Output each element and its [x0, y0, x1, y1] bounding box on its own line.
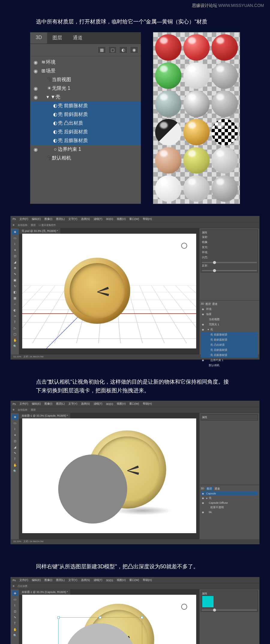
menu-view[interactable]: 视图(V) — [117, 217, 126, 221]
menu-select[interactable]: 选择(S) — [81, 402, 90, 406]
mini-tree-env[interactable]: ◉环境 — [201, 307, 258, 312]
material-red-textured[interactable] — [212, 34, 238, 61]
material-red-glass[interactable] — [183, 34, 210, 61]
eraser-tool[interactable]: ◧ — [12, 290, 18, 295]
menu-window[interactable]: 窗口(W) — [129, 217, 139, 221]
material-teal-metal[interactable] — [155, 91, 182, 117]
menu-layer[interactable]: 图层(L) — [56, 578, 65, 582]
menu-view[interactable]: 视图(V) — [117, 578, 126, 582]
mini-tab-3d[interactable]: 3D — [201, 302, 204, 306]
tab-channels[interactable]: 通道 — [68, 32, 88, 44]
filter-mesh-icon[interactable]: ▢ — [108, 46, 117, 53]
mini-tab-channels[interactable]: 通道 — [212, 302, 218, 306]
tree-environment[interactable]: ◉≋环境 — [30, 58, 141, 67]
type-tool[interactable]: T — [12, 456, 18, 462]
layer-bk[interactable]: ◉ bk. — [201, 510, 258, 514]
marquee-tool[interactable]: ▭ — [12, 420, 18, 426]
menu-filter[interactable]: 滤镜(T) — [94, 578, 103, 582]
tab-3d[interactable]: 3D — [201, 487, 204, 491]
dodge-tool[interactable]: ◐ — [12, 308, 18, 313]
material-clear-glass[interactable] — [183, 62, 210, 89]
mini-tree-m5[interactable]: 壳 后膨胀材质 — [201, 353, 258, 358]
tab-layers[interactable]: 图层 — [47, 32, 68, 44]
document-tab[interactable]: 未标题-1 @ 33.3% (Capsule, RGB/8) * — [19, 413, 70, 419]
material-red-fabric[interactable] — [155, 34, 182, 61]
history-brush-tool[interactable]: ↻ — [12, 284, 18, 289]
material-copper[interactable] — [155, 147, 182, 174]
properties-tab[interactable]: 属性 — [202, 592, 257, 596]
zoom-level[interactable]: 33.33% — [13, 355, 21, 358]
tree-scene[interactable]: ◉⊞场景 — [30, 67, 141, 75]
reflection-slider[interactable] — [202, 270, 257, 271]
gold-shell-object[interactable] — [64, 258, 130, 324]
mini-tree-camera[interactable]: 默认相机 — [201, 363, 258, 368]
handle-tl[interactable] — [57, 616, 60, 619]
opt-autoselect-value[interactable]: 图层 — [31, 408, 36, 412]
heal-tool[interactable]: ✚ — [12, 266, 18, 271]
mini-tree-m4[interactable]: 壳 后斜面材质 — [201, 348, 258, 353]
lasso-tool[interactable]: ⌇ — [12, 426, 18, 432]
material-green-glass[interactable] — [155, 62, 182, 89]
mini-tree-shell[interactable]: ◉ ▾ 壳 — [201, 327, 258, 332]
visibility-icon[interactable]: ◉ — [33, 147, 38, 152]
mini-tree-constraint[interactable]: ◉ 边界约束 1 — [201, 358, 258, 363]
tree-shell[interactable]: ◉▾ ▼壳 — [30, 93, 141, 102]
menu-edit[interactable]: 编辑(E) — [32, 402, 41, 406]
type-tool[interactable]: T — [12, 320, 18, 325]
menu-help[interactable]: 帮助(H) — [143, 402, 152, 406]
menu-layer[interactable]: 图层(L) — [56, 402, 65, 406]
marquee-tool[interactable]: ▭ — [12, 235, 18, 241]
mini-tree-m1[interactable]: 壳 前膨胀材质 — [201, 332, 258, 337]
shine-slider[interactable] — [202, 262, 257, 263]
mini-tree-m3[interactable]: 壳 凸出材质 — [201, 342, 258, 348]
menu-type[interactable]: 文字(Y) — [68, 578, 77, 582]
visibility-icon[interactable]: ◉ — [33, 86, 38, 91]
menu-window[interactable]: 窗口(W) — [129, 578, 139, 582]
menu-file[interactable]: 文件(F) — [20, 402, 28, 406]
tree-boundary-constraint[interactable]: ◉○边界约束 1 — [30, 145, 141, 154]
wand-tool[interactable]: ✦ — [12, 248, 18, 253]
menu-type[interactable]: 文字(Y) — [68, 402, 77, 406]
tree-mat-extrusion[interactable]: ◐壳 凸出材质 — [30, 119, 141, 128]
visibility-icon[interactable]: ◉ — [33, 68, 38, 74]
material-preview-swatch[interactable] — [202, 596, 214, 608]
filter-light-icon[interactable]: ◉ — [130, 46, 138, 53]
menu-select[interactable]: 选择(S) — [81, 217, 90, 221]
menu-3d[interactable]: 3D(D) — [106, 579, 113, 582]
mini-tree-scene[interactable]: ◉场景 — [201, 312, 258, 317]
menu-image[interactable]: 图像(I) — [44, 578, 52, 582]
menu-help[interactable]: 帮助(H) — [143, 217, 152, 221]
menu-file[interactable]: 文件(F) — [20, 217, 28, 221]
blur-tool[interactable]: ○ — [12, 302, 18, 307]
layer-capsule[interactable]: ◉Capsule — [201, 491, 258, 496]
menu-file[interactable]: 文件(F) — [20, 578, 28, 582]
tree-current-view[interactable]: 🎥当前视图 — [30, 75, 141, 84]
hand-tool[interactable]: ✋ — [12, 338, 18, 343]
zoom-level[interactable]: 33.33% — [13, 540, 21, 543]
handle-tr[interactable] — [141, 616, 143, 619]
canvas[interactable] — [22, 418, 196, 533]
filter-scene-icon[interactable]: ▦ — [98, 46, 106, 53]
brush-tool[interactable]: ✎ — [12, 615, 18, 620]
material-checker[interactable] — [212, 119, 238, 145]
tab-layers[interactable]: 图层 — [206, 487, 213, 491]
type-tool[interactable]: T — [12, 621, 18, 626]
filter-material-icon[interactable]: ◐ — [119, 46, 128, 53]
layer-shell-group[interactable]: ◉▾ 壳 — [201, 496, 258, 501]
view-compass-icon[interactable] — [181, 604, 187, 610]
tree-default-camera[interactable]: 🎥默认相机 — [30, 154, 141, 163]
opt-transform-checkbox[interactable]: ☐ 显示变换控件 — [39, 223, 56, 227]
menu-edit[interactable]: 编辑(E) — [32, 578, 41, 582]
tab-3d[interactable]: 3D — [30, 32, 47, 44]
menu-3d[interactable]: 3D(D) — [106, 217, 113, 220]
mini-tree-view[interactable]: 当前视图 — [201, 317, 258, 322]
menu-image[interactable]: 图像(I) — [44, 217, 52, 221]
menu-3d[interactable]: 3D(D) — [106, 402, 113, 406]
material-white[interactable] — [155, 175, 182, 202]
hand-tool[interactable]: ✋ — [12, 627, 18, 632]
menu-image[interactable]: 图像(I) — [44, 402, 52, 406]
menu-type[interactable]: 文字(Y) — [68, 217, 77, 221]
crop-tool[interactable]: ⊡ — [12, 438, 18, 444]
material-bw-split[interactable] — [155, 119, 182, 145]
move-tool[interactable]: ✥ — [12, 591, 18, 596]
